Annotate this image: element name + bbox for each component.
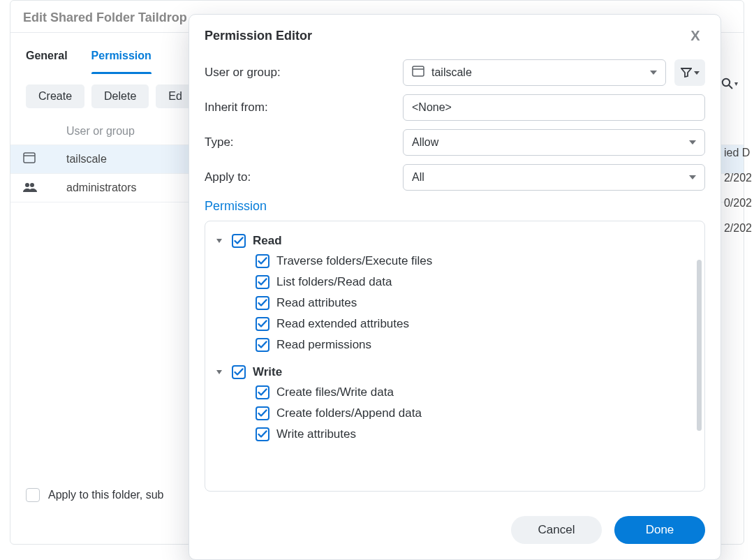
- apply-to-value: All: [412, 171, 682, 184]
- chevron-down-icon: [650, 71, 657, 75]
- permission-item-label: Create files/Write data: [276, 385, 394, 399]
- user-or-group-value: tailscale: [431, 66, 643, 79]
- svg-point-3: [30, 183, 34, 187]
- permission-item-label: Read extended attributes: [276, 317, 409, 331]
- chevron-down-icon: [689, 140, 696, 145]
- chevron-down-icon: [216, 239, 222, 243]
- type-select[interactable]: Allow: [403, 129, 705, 156]
- svg-point-4: [723, 79, 730, 86]
- group-icon: [23, 182, 36, 195]
- create-button[interactable]: Create: [26, 84, 84, 108]
- permission-item[interactable]: Write attributes: [216, 424, 693, 445]
- close-button[interactable]: X: [686, 26, 705, 45]
- chevron-down-icon: [689, 175, 696, 179]
- permission-item[interactable]: Traverse folders/Execute files: [216, 251, 693, 272]
- user-or-group-select[interactable]: tailscale: [403, 59, 666, 86]
- apply-to-label: Apply to:: [205, 170, 393, 184]
- permission-item[interactable]: Read extended attributes: [216, 314, 693, 334]
- apply-to-select[interactable]: All: [403, 164, 705, 191]
- svg-rect-6: [413, 66, 424, 76]
- permission-item-label: Write attributes: [276, 427, 356, 441]
- svg-point-2: [25, 183, 29, 187]
- modal-title: Permission Editor: [205, 29, 312, 43]
- done-button[interactable]: Done: [614, 516, 705, 544]
- permission-item[interactable]: List folders/Read data: [216, 272, 693, 293]
- permission-item[interactable]: Create files/Write data: [216, 382, 693, 403]
- permission-item-label: List folders/Read data: [276, 275, 392, 289]
- delete-button[interactable]: Delete: [91, 84, 149, 108]
- tab-permission[interactable]: Permission: [91, 50, 151, 73]
- checkbox-icon[interactable]: [256, 406, 269, 420]
- permission-editor-modal: Permission Editor X User or group: tails…: [188, 14, 721, 560]
- inherit-from-field[interactable]: <None>: [403, 94, 705, 121]
- checkbox-icon[interactable]: [256, 385, 269, 399]
- checkbox-icon[interactable]: [256, 317, 269, 331]
- type-value: Allow: [412, 136, 682, 149]
- apply-to-folder-label: Apply to this folder, sub: [48, 489, 163, 501]
- checkbox-icon[interactable]: [256, 427, 269, 441]
- permission-item[interactable]: Read attributes: [216, 293, 693, 314]
- checkbox-icon[interactable]: [256, 254, 269, 268]
- permission-scroll-area[interactable]: ReadTraverse folders/Execute filesList f…: [205, 221, 704, 491]
- checkbox-icon: [26, 488, 40, 502]
- permission-section-title: Permission: [205, 199, 705, 214]
- permission-item-label: Read permissions: [276, 338, 371, 352]
- checkbox-icon[interactable]: [256, 296, 269, 310]
- chevron-down-icon: [694, 71, 700, 75]
- user-or-group-label: User or group:: [205, 66, 393, 80]
- permission-item-label: Traverse folders/Execute files: [276, 254, 432, 268]
- permission-group-label: Read: [253, 234, 282, 248]
- chevron-down-icon: [216, 370, 222, 374]
- modified-date-column: ied D 2/202 0/202 2/202: [724, 140, 752, 241]
- permission-group: ReadTraverse folders/Execute filesList f…: [216, 231, 693, 355]
- search-dropdown[interactable]: ▾: [721, 78, 738, 89]
- permission-item[interactable]: Read permissions: [216, 334, 693, 355]
- permission-panel: ReadTraverse folders/Execute filesList f…: [205, 221, 705, 492]
- checkbox-icon[interactable]: [256, 338, 269, 352]
- permission-group-header[interactable]: Write: [216, 362, 693, 382]
- permission-group-header[interactable]: Read: [216, 231, 693, 251]
- checkbox-icon[interactable]: [232, 365, 246, 379]
- apply-to-folder-checkbox[interactable]: Apply to this folder, sub: [26, 488, 163, 502]
- permission-item[interactable]: Create folders/Append data: [216, 403, 693, 424]
- funnel-icon: [681, 68, 692, 78]
- type-label: Type:: [205, 135, 393, 149]
- tab-general[interactable]: General: [26, 50, 68, 73]
- permission-item-label: Read attributes: [276, 296, 357, 310]
- inherit-from-value: <None>: [412, 101, 452, 114]
- inherit-from-label: Inherit from:: [205, 101, 393, 115]
- svg-rect-0: [24, 153, 35, 163]
- cancel-button[interactable]: Cancel: [511, 516, 602, 544]
- checkbox-icon[interactable]: [256, 275, 269, 289]
- checkbox-icon[interactable]: [232, 234, 246, 248]
- filter-button[interactable]: [674, 59, 705, 86]
- permission-group-label: Write: [253, 365, 282, 379]
- user-window-icon: [412, 66, 424, 80]
- permission-group: WriteCreate files/Write dataCreate folde…: [216, 362, 693, 445]
- user-window-icon: [23, 152, 36, 166]
- svg-line-5: [729, 85, 732, 89]
- permission-item-label: Create folders/Append data: [276, 406, 422, 420]
